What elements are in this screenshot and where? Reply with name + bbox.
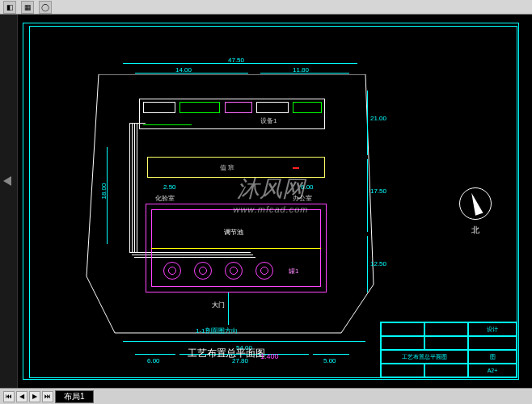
dim-inner-b: 6.00 <box>301 183 314 191</box>
label-equip-row: 设备1 <box>260 116 277 125</box>
viewport-arrow-icon[interactable] <box>3 176 11 186</box>
title-block: 设计 工艺布置总平面图 图 A2+ <box>380 322 517 378</box>
tb-sheet-size: A2+ <box>468 364 517 377</box>
dim-line-bottom-total <box>123 341 365 342</box>
north-label: 北 <box>459 225 492 236</box>
left-gutter <box>0 15 18 388</box>
north-arrow-icon <box>459 187 492 220</box>
equip-2 <box>179 102 220 113</box>
tb-r1c3: 设计 <box>468 322 517 336</box>
tool-icon-1[interactable]: ◧ <box>3 1 16 14</box>
tab-nav-next-icon[interactable]: ▶ <box>29 391 40 402</box>
tool-icon-3[interactable]: ◯ <box>39 1 52 14</box>
pipe-v2 <box>132 123 133 252</box>
dim-r3: 12.50 <box>370 260 386 267</box>
section-label: 1-1剖面图方向 <box>196 326 238 335</box>
pipe-v4 <box>137 123 137 252</box>
tb-r1c2 <box>424 322 468 336</box>
dim-left: 18.00 <box>100 183 108 199</box>
equip-1 <box>143 102 175 113</box>
tb-r2c3 <box>468 336 517 350</box>
dim-inner-a: 2.50 <box>163 183 176 191</box>
tb-r2c2 <box>424 336 468 350</box>
dim-top-right: 11.80 <box>293 66 309 74</box>
dim-line-r3 <box>367 236 368 292</box>
tb-r1c1 <box>381 322 424 336</box>
model-canvas[interactable]: 北 47.50 14.00 11.80 21.00 17.50 12.50 18… <box>18 18 524 385</box>
drawing-scale: 1:400 <box>260 352 279 360</box>
dim-line-bl <box>135 354 175 355</box>
tab-nav-prev-icon[interactable]: ◀ <box>16 391 27 402</box>
dim-top-total: 47.50 <box>228 57 244 64</box>
tab-layout-1[interactable]: 布局1 <box>55 390 94 403</box>
top-toolbar: ◧ ▦ ◯ <box>0 0 532 15</box>
tank-3 <box>225 262 243 280</box>
label-lab: 化验室 <box>155 194 175 203</box>
drawing-area: 北 47.50 14.00 11.80 21.00 17.50 12.50 18… <box>0 15 532 388</box>
tb-r4c2 <box>424 364 468 377</box>
dim-r2: 17.50 <box>370 187 386 195</box>
tank-1 <box>163 262 181 280</box>
dim-line-br <box>313 354 349 355</box>
tool-icon-2[interactable]: ▦ <box>21 1 34 14</box>
pipe-h1 <box>129 123 146 124</box>
label-gate: 大门 <box>212 301 225 309</box>
green-line-1 <box>143 124 192 125</box>
tab-nav-last-icon[interactable]: ⏭ <box>42 391 53 402</box>
layout-tab-bar: ⏮ ◀ ▶ ⏭ 布局1 <box>0 388 532 404</box>
dim-top-left: 14.00 <box>175 66 192 74</box>
tab-nav-first-icon[interactable]: ⏮ <box>3 391 15 402</box>
pipe-v1 <box>129 123 130 252</box>
pipe-v3 <box>134 123 135 252</box>
red-mark <box>293 167 299 169</box>
label-tank-row: 罐1 <box>289 267 298 276</box>
tb-r3c3: 图 <box>468 350 517 364</box>
dim-line-r1 <box>367 90 368 155</box>
equip-5 <box>293 102 322 113</box>
label-dorm: 值 班 <box>220 163 234 172</box>
equip-3 <box>225 102 252 113</box>
tb-r2c1 <box>381 336 424 350</box>
pool-divider <box>151 248 321 249</box>
section-leader <box>228 292 229 325</box>
dim-line-r2 <box>367 159 368 232</box>
tank-2 <box>194 262 212 280</box>
label-pool: 调节池 <box>224 228 243 237</box>
tank-4 <box>255 262 273 280</box>
tb-r4c1 <box>381 364 424 377</box>
equip-4 <box>256 102 289 113</box>
tb-drawing-name: 工艺布置总平面图 <box>381 350 468 364</box>
label-office: 办公室 <box>293 194 312 203</box>
dim-br: 5.00 <box>323 357 336 364</box>
dim-bl: 6.00 <box>147 357 160 364</box>
drawing-title: 工艺布置总平面图 <box>188 347 265 360</box>
dim-r1: 21.00 <box>370 115 386 122</box>
